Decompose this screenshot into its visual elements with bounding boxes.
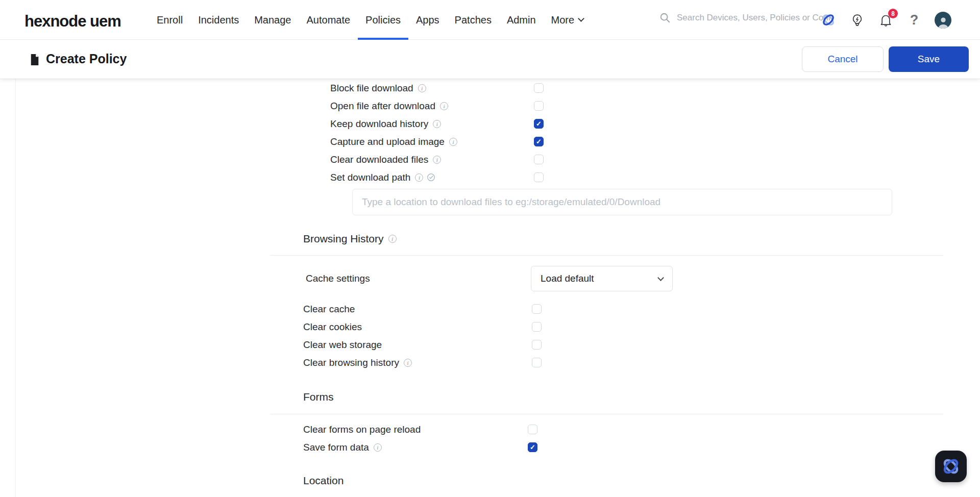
genie-atom-icon: [940, 456, 962, 477]
save-form-data-checkbox[interactable]: ✓: [528, 442, 537, 452]
create-policy-header: Create Policy Cancel Save: [0, 40, 980, 79]
info-icon[interactable]: i: [449, 138, 457, 146]
setting-row-clear-forms-on-page-reload: Clear forms on page reload ✓: [270, 420, 943, 438]
nav-item-automate[interactable]: Automate: [299, 0, 358, 40]
chevron-down-icon: [657, 275, 664, 281]
setting-label: Clear forms on page reload: [303, 424, 421, 435]
setting-row-save-form-data: Save form data i ✓: [270, 438, 943, 456]
info-icon[interactable]: i: [388, 235, 397, 243]
setting-row-clear-browsing-history: Clear browsing history i ✓: [270, 354, 943, 371]
capture-and-upload-image-checkbox[interactable]: ✓: [534, 137, 544, 146]
section-heading-location: Location: [303, 474, 943, 488]
info-icon[interactable]: i: [374, 443, 382, 452]
setting-row-clear-downloaded-files: Clear downloaded files i ✓: [270, 151, 943, 168]
block-file-download-checkbox[interactable]: ✓: [534, 83, 544, 93]
nav-item-patches[interactable]: Patches: [447, 0, 499, 40]
search-icon: [659, 12, 671, 23]
info-icon[interactable]: i: [415, 173, 423, 182]
nav-item-policies[interactable]: Policies: [358, 0, 408, 40]
notification-badge: 8: [888, 9, 898, 18]
nav-item-more[interactable]: More: [544, 0, 592, 40]
setting-row-block-file-download: Block file download i ✓: [270, 79, 943, 97]
setting-label: Clear downloaded files: [330, 154, 428, 165]
nav-item-manage[interactable]: Manage: [247, 0, 299, 40]
keep-download-history-checkbox[interactable]: ✓: [534, 119, 544, 129]
setting-label: Clear web storage: [303, 339, 382, 351]
left-panel-divider: [15, 79, 16, 497]
section-divider: [270, 255, 943, 256]
info-icon[interactable]: i: [433, 120, 441, 128]
nav-item-incidents[interactable]: Incidents: [190, 0, 247, 40]
info-icon[interactable]: i: [433, 156, 441, 164]
setting-label: Capture and upload image: [330, 136, 445, 147]
setting-row-clear-web-storage: Clear web storage ✓: [270, 336, 943, 354]
setting-label: Keep download history: [330, 118, 428, 130]
hexnode-logo[interactable]: hexnode uem: [24, 12, 121, 31]
nav-item-enroll[interactable]: Enroll: [149, 0, 190, 40]
global-search: [659, 12, 830, 23]
policy-settings-panel: Block file download i ✓ Open file after …: [0, 79, 980, 497]
genie-chat-button[interactable]: [935, 451, 967, 482]
info-icon[interactable]: i: [418, 84, 426, 92]
cancel-button[interactable]: Cancel: [802, 46, 884, 72]
clear-downloaded-files-checkbox[interactable]: ✓: [534, 155, 544, 164]
clear-web-storage-checkbox[interactable]: ✓: [532, 340, 542, 350]
setting-label: Clear browsing history: [303, 357, 399, 368]
setting-row-clear-cache: Clear cache ✓: [270, 300, 943, 318]
set-download-path-checkbox[interactable]: ✓: [534, 172, 544, 182]
setting-row-capture-and-upload-image: Capture and upload image i ✓: [270, 133, 943, 151]
clear-forms-on-page-reload-checkbox[interactable]: ✓: [528, 425, 537, 434]
setting-row-set-download-path: Set download path i ✓: [270, 168, 943, 186]
avatar[interactable]: [935, 12, 951, 29]
top-icon-group: 8 ?: [820, 0, 951, 40]
setting-label: Set download path: [330, 172, 410, 183]
lightbulb-icon[interactable]: [849, 12, 865, 28]
question-mark-icon[interactable]: ?: [906, 12, 922, 28]
nav-item-apps[interactable]: Apps: [408, 0, 447, 40]
document-icon: [28, 53, 41, 66]
setting-label: Clear cookies: [303, 321, 362, 333]
clear-browsing-history-checkbox[interactable]: ✓: [532, 358, 542, 367]
info-icon[interactable]: i: [404, 359, 412, 367]
setting-label: Clear cache: [303, 304, 355, 315]
chevron-down-icon: [578, 15, 584, 22]
cache-settings-select[interactable]: Load default: [531, 266, 673, 291]
clear-cookies-checkbox[interactable]: ✓: [532, 322, 542, 332]
save-button[interactable]: Save: [889, 46, 969, 72]
setting-row-keep-download-history: Keep download history i ✓: [270, 115, 943, 133]
genie-atom-icon[interactable]: [820, 12, 837, 28]
download-path-input[interactable]: [352, 189, 892, 215]
setting-label: Block file download: [330, 83, 413, 94]
setting-label: Save form data: [303, 442, 369, 453]
setting-label: Open file after download: [330, 101, 435, 112]
section-divider: [270, 414, 943, 414]
info-icon[interactable]: i: [440, 102, 448, 110]
main-menu: Enroll Incidents Manage Automate Policie…: [149, 0, 591, 40]
setting-label: Cache settings: [306, 273, 370, 284]
section-heading-forms: Forms: [303, 390, 943, 404]
setting-row-cache-settings: Cache settings Load default: [270, 266, 943, 291]
section-heading-browsing-history: Browsing History i: [303, 232, 943, 246]
circle-check-icon: [427, 173, 435, 182]
bell-icon[interactable]: 8: [877, 12, 894, 28]
user-silhouette-icon: [936, 14, 950, 29]
open-file-after-download-checkbox[interactable]: ✓: [534, 101, 544, 111]
page-title: Create Policy: [46, 52, 127, 66]
nav-item-admin[interactable]: Admin: [499, 0, 544, 40]
setting-row-clear-cookies: Clear cookies ✓: [270, 318, 943, 336]
setting-row-open-file-after-download: Open file after download i ✓: [270, 97, 943, 115]
search-input[interactable]: [677, 13, 830, 23]
top-navigation-bar: hexnode uem Enroll Incidents Manage Auto…: [0, 0, 980, 40]
clear-cache-checkbox[interactable]: ✓: [532, 304, 542, 314]
